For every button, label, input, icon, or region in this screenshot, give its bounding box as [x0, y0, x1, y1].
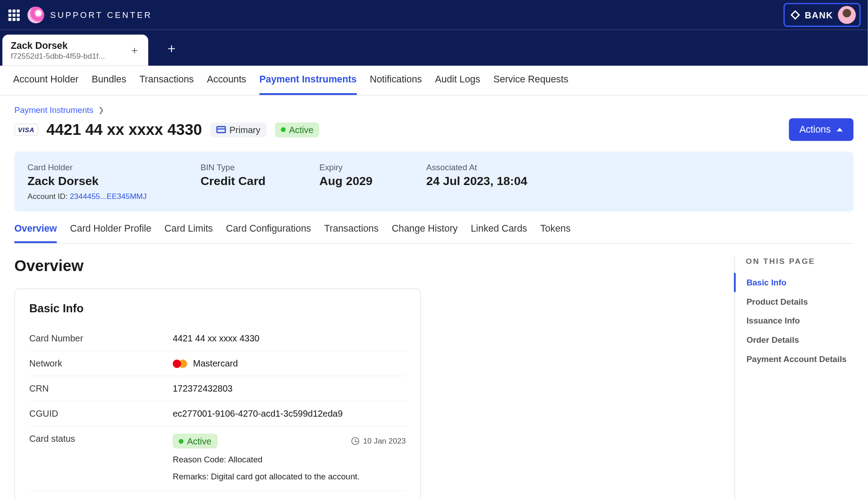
- sub-nav-change-history[interactable]: Change History: [392, 224, 458, 243]
- nav-bundles[interactable]: Bundles: [91, 74, 126, 95]
- summary-label: Associated At: [426, 163, 527, 172]
- summary-label: BIN Type: [200, 163, 265, 172]
- kv-key: Card status: [29, 434, 173, 483]
- summary-card-holder: Card Holder Zack Dorsek Account ID: 2344…: [27, 163, 147, 201]
- status-remarks: Remarks: Digital card got allocated to t…: [173, 470, 406, 483]
- nav-notifications[interactable]: Notifications: [370, 74, 422, 95]
- account-id-link[interactable]: 2344455...EE345MMJ: [70, 192, 147, 201]
- tab-info: Zack Dorsek f72552d1-5dbb-4f59-bd1f...: [11, 40, 105, 60]
- nav-account-holder[interactable]: Account Holder: [13, 74, 78, 95]
- kv-value: Mastercard: [173, 358, 406, 369]
- otp-product-details[interactable]: Product Details: [734, 292, 854, 311]
- summary-label: Expiry: [319, 163, 373, 172]
- nav-audit-logs[interactable]: Audit Logs: [435, 74, 480, 95]
- row-crn: CRN 172372432803: [29, 376, 406, 401]
- panel-title: Basic Info: [29, 302, 406, 315]
- card-icon: [216, 126, 226, 133]
- kv-key: Card Number: [29, 333, 173, 344]
- account-id-label: Account ID:: [27, 192, 68, 201]
- nav-accounts[interactable]: Accounts: [207, 74, 247, 95]
- status-dot-icon: [281, 127, 286, 132]
- breadcrumb: Payment Instruments ❯: [14, 105, 854, 115]
- sub-nav-card-configurations[interactable]: Card Configurations: [226, 224, 311, 243]
- tab-bar: Zack Dorsek f72552d1-5dbb-4f59-bd1f... ＋…: [0, 30, 868, 66]
- tab-subtitle: f72552d1-5dbb-4f59-bd1f...: [11, 51, 105, 60]
- content: Payment Instruments ❯ VISA 4421 44 xx xx…: [0, 95, 868, 500]
- brand-title: SUPPORT CENTER: [50, 10, 152, 20]
- otp-payment-account-details[interactable]: Payment Account Details: [734, 349, 854, 369]
- sub-nav-card-holder-profile[interactable]: Card Holder Profile: [70, 224, 151, 243]
- brand: SUPPORT CENTER: [27, 7, 152, 23]
- sub-nav: Overview Card Holder Profile Card Limits…: [14, 224, 854, 244]
- status-badge-label: Active: [289, 125, 313, 135]
- kv-value: 172372432803: [173, 384, 406, 394]
- mastercard-icon: [173, 358, 187, 368]
- otp-order-details[interactable]: Order Details: [734, 330, 854, 349]
- page-body: Overview Basic Info Card Number 4421 44 …: [14, 257, 854, 500]
- status-dot-icon: [179, 439, 184, 444]
- summary-associated: Associated At 24 Jul 2023, 18:04: [426, 163, 527, 201]
- clock-icon: [352, 437, 359, 445]
- primary-badge: Primary: [210, 122, 266, 137]
- visa-brand-icon: VISA: [14, 124, 38, 136]
- tab-title: Zack Dorsek: [11, 40, 105, 51]
- row-network: Network Mastercard: [29, 351, 406, 376]
- status-badge: Active: [173, 434, 217, 448]
- primary-badge-label: Primary: [230, 125, 260, 135]
- actions-button-label: Actions: [799, 124, 831, 135]
- main-nav: Account Holder Bundles Transactions Acco…: [0, 66, 868, 96]
- kv-value: ec277001-9106-4270-acd1-3c599d12eda9: [173, 409, 406, 419]
- sub-nav-linked-cards[interactable]: Linked Cards: [471, 224, 527, 243]
- summary-band: Card Holder Zack Dorsek Account ID: 2344…: [14, 152, 854, 211]
- chevron-right-icon: ❯: [98, 106, 104, 114]
- card-number-heading: 4421 44 xx xxxx 4330: [47, 121, 202, 139]
- close-tab-icon[interactable]: ＋: [129, 43, 140, 57]
- summary-label: Card Holder: [27, 163, 147, 172]
- kv-key: CRN: [29, 384, 173, 394]
- overview-column: Overview Basic Info Card Number 4421 44 …: [14, 257, 421, 500]
- add-tab-button[interactable]: ＋: [165, 39, 178, 57]
- sub-nav-transactions[interactable]: Transactions: [324, 224, 378, 243]
- on-this-page-heading: ON THIS PAGE: [735, 257, 854, 266]
- kv-value: Active 10 Jan 2023 Reason Code: Allocate…: [173, 434, 406, 483]
- status-date: 10 Jan 2023: [352, 436, 406, 445]
- page-title: Overview: [14, 257, 421, 275]
- breadcrumb-root[interactable]: Payment Instruments: [14, 105, 93, 115]
- otp-issuance-info[interactable]: Issuance Info: [734, 311, 854, 330]
- user-avatar[interactable]: [838, 6, 856, 24]
- basic-info-panel: Basic Info Card Number 4421 44 xx xxxx 4…: [14, 289, 421, 500]
- active-tab[interactable]: Zack Dorsek f72552d1-5dbb-4f59-bd1f... ＋: [2, 34, 148, 65]
- apps-grid-icon[interactable]: [7, 9, 20, 22]
- card-header-left: VISA 4421 44 xx xxxx 4330 Primary Active: [14, 121, 319, 139]
- nav-payment-instruments[interactable]: Payment Instruments: [260, 74, 357, 95]
- kv-key: CGUID: [29, 409, 173, 419]
- bank-switcher[interactable]: BANK: [783, 3, 860, 27]
- caret-up-icon: [837, 128, 842, 131]
- summary-account-id: Account ID: 2344455...EE345MMJ: [27, 192, 147, 201]
- kv-value: 4421 44 xx xxxx 4330: [173, 333, 406, 344]
- bank-diamond-icon: [790, 10, 800, 20]
- sub-nav-tokens[interactable]: Tokens: [540, 224, 571, 243]
- nav-service-requests[interactable]: Service Requests: [493, 74, 568, 95]
- top-header: SUPPORT CENTER BANK: [0, 0, 868, 30]
- sub-nav-overview[interactable]: Overview: [14, 224, 57, 243]
- summary-value: Aug 2029: [319, 174, 373, 188]
- sub-nav-card-limits[interactable]: Card Limits: [165, 224, 213, 243]
- kv-key: Network: [29, 358, 173, 369]
- status-reason: Reason Code: Allocated: [173, 453, 406, 466]
- on-this-page-list: Basic Info Product Details Issuance Info…: [735, 273, 854, 368]
- card-header-row: VISA 4421 44 xx xxxx 4330 Primary Active…: [14, 118, 854, 141]
- status-badge: Active: [275, 122, 320, 137]
- summary-value: Zack Dorsek: [27, 174, 147, 188]
- row-cguid: CGUID ec277001-9106-4270-acd1-3c599d12ed…: [29, 401, 406, 427]
- brand-logo-icon: [27, 7, 44, 23]
- summary-bin: BIN Type Credit Card: [200, 163, 265, 201]
- summary-value: Credit Card: [200, 174, 265, 188]
- bank-label: BANK: [805, 10, 833, 20]
- actions-button[interactable]: Actions: [789, 118, 854, 141]
- nav-transactions[interactable]: Transactions: [139, 74, 194, 95]
- status-date-text: 10 Jan 2023: [363, 436, 406, 445]
- otp-basic-info[interactable]: Basic Info: [734, 273, 854, 292]
- summary-expiry: Expiry Aug 2029: [319, 163, 373, 201]
- summary-value: 24 Jul 2023, 18:04: [426, 174, 527, 188]
